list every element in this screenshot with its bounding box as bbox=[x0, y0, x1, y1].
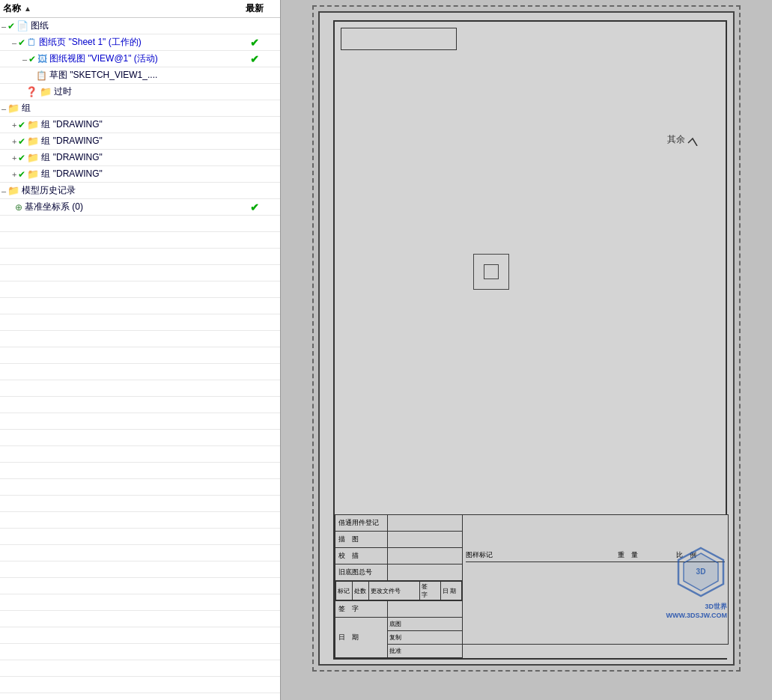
check-icon-8: ✔ bbox=[18, 153, 25, 163]
tree-empty-16 bbox=[0, 463, 280, 479]
tree-node-7[interactable]: + ✔ 📁 组 "DRAWING" bbox=[0, 133, 280, 150]
expand-1[interactable]: – bbox=[12, 38, 16, 47]
tree-empty-4 bbox=[0, 265, 280, 281]
rev-col-mark: 标记 bbox=[336, 582, 353, 600]
node-label-1: 图纸页 "Sheet 1" (工作的) bbox=[39, 36, 142, 49]
expand-0[interactable]: – bbox=[1, 22, 6, 31]
folder-icon-8: 📁 bbox=[27, 152, 39, 163]
cell-date-row2: 复制 bbox=[388, 631, 463, 645]
tree-empty-25 bbox=[0, 611, 280, 627]
node-label-3: 草图 "SKETCH_VIEW1_.... bbox=[49, 69, 157, 82]
node-label-0: 图纸 bbox=[31, 19, 49, 32]
tree-empty-1 bbox=[0, 216, 280, 232]
tree-node-0[interactable]: – ✔ 📄 图纸 bbox=[0, 18, 280, 34]
node-label-11: 基准坐标系 (0) bbox=[25, 201, 83, 213]
tree-node-10[interactable]: – 📁 模型历史记录 bbox=[0, 183, 280, 199]
rev-header-row: 标记 处数 更改文件号 签 字 日 期 bbox=[336, 582, 462, 600]
expand-8[interactable]: + bbox=[12, 153, 16, 162]
expand-9[interactable]: + bbox=[12, 170, 16, 179]
coord-icon-11: ⊕ bbox=[15, 202, 22, 213]
cell-sign-label: 签 字 bbox=[335, 601, 388, 618]
check-col-11: ✔ bbox=[232, 201, 277, 213]
cell-date-row1: 底图 bbox=[388, 618, 463, 631]
tree-node-1-content: – ✔ 🗒 图纸页 "Sheet 1" (工作的) bbox=[0, 36, 232, 49]
cell-common-label: 借通用件登记 bbox=[335, 515, 388, 532]
tree-empty-18 bbox=[0, 496, 280, 512]
watermark-hex-svg: 3D bbox=[675, 546, 727, 598]
right-panel: 其余 借通用件登记 bbox=[281, 0, 772, 700]
tree-node-3-content: 📋 草图 "SKETCH_VIEW1_.... bbox=[0, 69, 232, 82]
tree-node-1[interactable]: – ✔ 🗒 图纸页 "Sheet 1" (工作的) ✔ bbox=[0, 34, 280, 51]
rev-col-date: 日 期 bbox=[441, 582, 462, 600]
surface-finish-label: 其余 bbox=[667, 133, 685, 146]
expand-2[interactable]: – bbox=[22, 55, 27, 64]
revision-header-table: 标记 处数 更改文件号 签 字 日 期 bbox=[335, 581, 462, 600]
tree-empty-23 bbox=[0, 578, 280, 594]
cell-sketch-label: 描 图 bbox=[335, 532, 388, 548]
cell-design-mark-val bbox=[499, 550, 612, 560]
tree-node-9[interactable]: + ✔ 📁 组 "DRAWING" bbox=[0, 166, 280, 183]
tree-empty-29 bbox=[0, 677, 280, 693]
folder-icon-4: 📁 bbox=[40, 86, 52, 97]
tree-empty-7 bbox=[0, 314, 280, 331]
name-col-label: 名称 bbox=[3, 2, 21, 15]
expand-10[interactable]: – bbox=[1, 186, 6, 195]
title-row-date3: 批准 bbox=[335, 645, 729, 658]
check-icon-1: ✔ bbox=[18, 37, 25, 48]
tree-node-3[interactable]: 📋 草图 "SKETCH_VIEW1_.... bbox=[0, 67, 280, 84]
rev-col-doc: 更改文件号 bbox=[369, 582, 420, 600]
tree-node-11[interactable]: ⊕ 基准坐标系 (0) ✔ bbox=[0, 199, 280, 216]
cell-sketch-val bbox=[388, 532, 463, 548]
rev-col-sign: 签 字 bbox=[420, 582, 441, 600]
expand-6[interactable]: + bbox=[12, 121, 16, 130]
tree-node-5[interactable]: – 📁 组 bbox=[0, 100, 280, 117]
tree-node-6[interactable]: + ✔ 📁 组 "DRAWING" bbox=[0, 117, 280, 133]
expand-7[interactable]: + bbox=[12, 137, 16, 146]
node-label-2: 图纸视图 "VIEW@1" (活动) bbox=[49, 52, 158, 65]
tree-node-11-content: ⊕ 基准坐标系 (0) bbox=[0, 201, 232, 213]
tree-empty-6 bbox=[0, 298, 280, 314]
folder-icon-6: 📁 bbox=[27, 119, 39, 130]
tree-node-4-content: ❓ 📁 过时 bbox=[0, 85, 232, 98]
node-label-7: 组 "DRAWING" bbox=[41, 135, 102, 147]
tree-header-name[interactable]: 名称 ▲ bbox=[3, 2, 232, 15]
cell-check-label: 校 描 bbox=[335, 548, 388, 564]
tree-empty-30 bbox=[0, 693, 280, 700]
watermark-area: 3D 3D世界 WWW.3DSJW.COM bbox=[666, 546, 728, 621]
drawing-container: 其余 借通用件登记 bbox=[318, 11, 735, 666]
tree-header: 名称 ▲ 最新 bbox=[0, 0, 280, 18]
folder-icon-9: 📁 bbox=[27, 168, 39, 180]
folder-icon-7: 📁 bbox=[27, 136, 39, 147]
history-icon-10: 📁 bbox=[7, 185, 19, 196]
tree-empty-19 bbox=[0, 512, 280, 529]
rev-col-count: 处数 bbox=[353, 582, 369, 600]
check-symbol-svg bbox=[687, 133, 703, 146]
surface-finish-symbol: 其余 bbox=[667, 133, 703, 146]
tree-node-5-content: – 📁 组 bbox=[0, 102, 232, 115]
cell-sign-val bbox=[388, 601, 463, 618]
expand-5[interactable]: – bbox=[1, 104, 6, 113]
node-label-4: 过时 bbox=[54, 85, 72, 98]
check-icon-2: ✔ bbox=[28, 54, 36, 64]
view-indicator bbox=[473, 254, 509, 290]
sort-arrow[interactable]: ▲ bbox=[24, 4, 31, 13]
cell-weight-label: 重 量 bbox=[618, 550, 638, 560]
group-icon-5: 📁 bbox=[7, 103, 19, 114]
tree-empty-11 bbox=[0, 380, 280, 397]
tree-empty-27 bbox=[0, 644, 280, 660]
tree-node-4[interactable]: ❓ 📁 过时 bbox=[0, 84, 280, 100]
date-label-text: 日 期 bbox=[338, 633, 359, 641]
tree-empty-22 bbox=[0, 561, 280, 578]
svg-text:3D: 3D bbox=[696, 567, 706, 576]
tree-empty-13 bbox=[0, 413, 280, 430]
tree-body[interactable]: – ✔ 📄 图纸 – ✔ 🗒 图纸页 "Sheet 1" (工作的) ✔ – ✔… bbox=[0, 18, 280, 700]
header-box bbox=[341, 28, 457, 50]
node-label-6: 组 "DRAWING" bbox=[41, 118, 102, 131]
tree-node-2[interactable]: – ✔ 🖼 图纸视图 "VIEW@1" (活动) ✔ bbox=[0, 51, 280, 67]
watermark-text: 3D世界 WWW.3DSJW.COM bbox=[666, 602, 728, 621]
node-label-9: 组 "DRAWING" bbox=[41, 168, 102, 180]
tree-empty-14 bbox=[0, 430, 280, 446]
tree-empty-24 bbox=[0, 594, 280, 611]
tree-node-8[interactable]: + ✔ 📁 组 "DRAWING" bbox=[0, 150, 280, 166]
node-label-8: 组 "DRAWING" bbox=[41, 151, 102, 164]
